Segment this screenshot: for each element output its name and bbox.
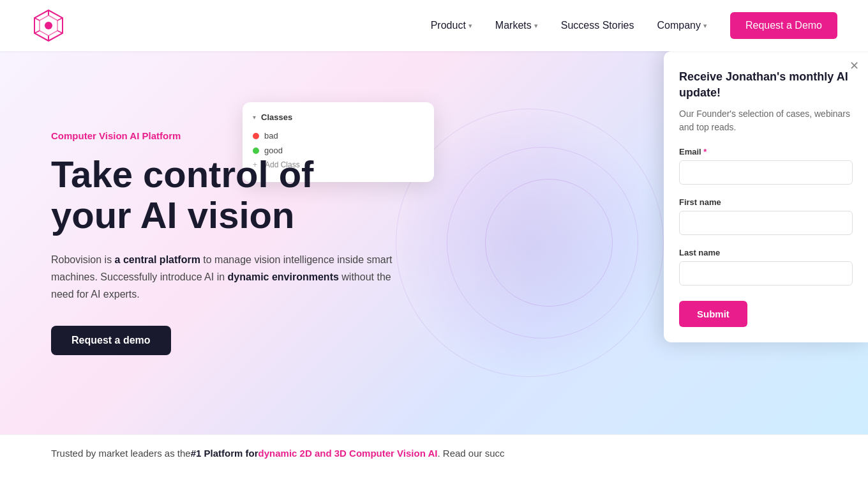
svg-point-2 — [45, 22, 52, 29]
email-input[interactable] — [679, 160, 853, 185]
firstname-label: First name — [679, 197, 853, 207]
hero-content: Computer Vision AI Platform Take control… — [0, 79, 396, 406]
chevron-down-icon: ▾ — [534, 22, 538, 30]
nav-links: Product ▾ Markets ▾ Success Stories Comp… — [431, 12, 837, 39]
nav-item-success-stories[interactable]: Success Stories — [561, 20, 634, 31]
modal-submit-button[interactable]: Submit — [679, 301, 747, 327]
newsletter-modal: ✕ Receive Jonathan's monthly AI update! … — [664, 51, 868, 342]
trusted-accent: dynamic 2D and 3D Computer Vision AI — [258, 448, 438, 459]
lastname-label: Last name — [679, 248, 853, 257]
central-platform-bold: a central platform — [115, 254, 200, 265]
nav-item-markets[interactable]: Markets ▾ — [495, 20, 538, 31]
trusted-highlight: #1 Platform for — [191, 448, 258, 459]
trusted-prefix: Trusted by market leaders as the — [51, 448, 191, 459]
svg-line-7 — [34, 31, 40, 33]
hero-title: Take control of your AI vision — [51, 154, 396, 236]
firstname-field-group: First name — [679, 197, 853, 245]
modal-title: Receive Jonathan's monthly AI update! — [679, 69, 853, 101]
nav-item-cta[interactable]: Request a Demo — [730, 12, 837, 39]
logo-container[interactable] — [31, 8, 66, 43]
svg-line-8 — [34, 18, 40, 20]
required-marker: * — [703, 147, 707, 156]
lastname-field-group: Last name — [679, 248, 853, 296]
request-demo-nav-button[interactable]: Request a Demo — [730, 12, 837, 39]
svg-line-5 — [57, 31, 63, 33]
hero-body-text: Robovision is a central platform to mana… — [51, 251, 396, 303]
logo-icon — [31, 8, 66, 43]
nav-item-product[interactable]: Product ▾ — [431, 20, 472, 31]
email-field-group: Email * — [679, 147, 853, 195]
modal-subtitle: Our Founder's selection of cases, webina… — [679, 107, 853, 134]
dynamic-environments-bold: dynamic environments — [228, 271, 339, 282]
nav-link-product[interactable]: Product ▾ — [431, 20, 472, 31]
navbar: Product ▾ Markets ▾ Success Stories Comp… — [0, 0, 868, 51]
chevron-down-icon: ▾ — [468, 22, 472, 30]
trusted-bar: Trusted by market leaders as the #1 Plat… — [0, 434, 868, 471]
hero-section: ▾ Classes bad good + Add Class Computer … — [0, 51, 868, 434]
email-label: Email * — [679, 147, 853, 156]
trusted-suffix: . Read our succ — [437, 448, 504, 459]
svg-line-4 — [57, 18, 63, 20]
hero-circle-3 — [485, 179, 613, 307]
request-demo-hero-button[interactable]: Request a demo — [51, 326, 171, 355]
hero-tag: Computer Vision AI Platform — [51, 130, 396, 141]
nav-link-markets[interactable]: Markets ▾ — [495, 20, 538, 31]
nav-item-company[interactable]: Company ▾ — [657, 20, 707, 31]
nav-link-company[interactable]: Company ▾ — [657, 20, 707, 31]
nav-link-success-stories[interactable]: Success Stories — [561, 20, 634, 31]
modal-close-button[interactable]: ✕ — [849, 60, 859, 72]
chevron-down-icon: ▾ — [703, 22, 707, 30]
firstname-input[interactable] — [679, 211, 853, 235]
lastname-input[interactable] — [679, 261, 853, 286]
